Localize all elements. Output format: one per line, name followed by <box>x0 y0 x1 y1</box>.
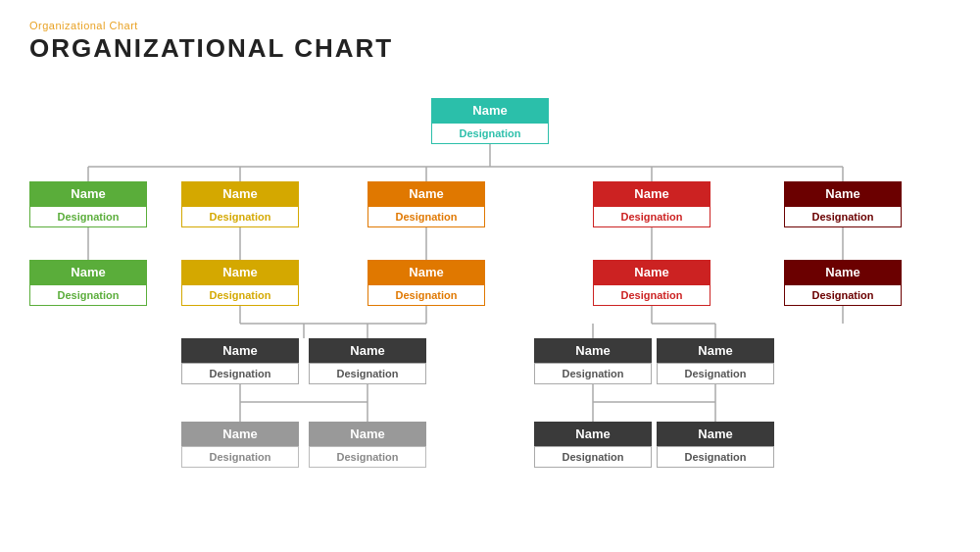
node-l2-1: Name Designation <box>29 260 147 306</box>
node-l1-2: Name Designation <box>181 181 299 227</box>
node-l3-2: Name Designation <box>309 338 426 384</box>
node-l1-1: Name Designation <box>29 181 147 227</box>
page-subtitle: Organizational Chart <box>29 20 951 31</box>
node-l2-5: Name Designation <box>784 260 902 306</box>
node-l4-4: Name Designation <box>657 422 774 468</box>
node-root: Name Designation <box>431 98 549 144</box>
node-l3-4: Name Designation <box>657 338 774 384</box>
node-root-designation: Designation <box>431 123 549 144</box>
page: Organizational Chart ORGANIZATIONAL CHAR… <box>0 0 980 552</box>
node-l1-3: Name Designation <box>368 181 485 227</box>
page-title: ORGANIZATIONAL CHART <box>29 33 951 64</box>
node-l2-3: Name Designation <box>368 260 485 306</box>
node-l1-5: Name Designation <box>784 181 902 227</box>
node-l4-3: Name Designation <box>534 422 652 468</box>
node-l2-2: Name Designation <box>181 260 299 306</box>
node-l4-2: Name Designation <box>309 422 426 468</box>
node-l3-3: Name Designation <box>534 338 652 384</box>
node-l3-1: Name Designation <box>181 338 299 384</box>
node-l1-4: Name Designation <box>593 181 710 227</box>
node-l4-1: Name Designation <box>181 422 299 468</box>
node-l2-4: Name Designation <box>593 260 710 306</box>
node-root-name: Name <box>431 98 549 123</box>
